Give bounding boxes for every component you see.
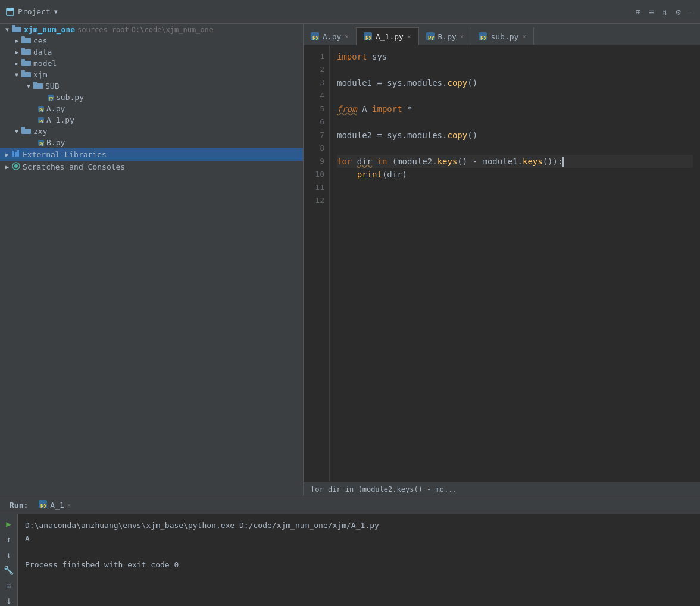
run-output: D:\anaconda\anzhuang\envs\xjm_base\pytho… (18, 514, 700, 606)
a-py-label: A.py (46, 104, 65, 113)
run-tab-name: A_1 (50, 501, 64, 510)
code-line-9: for dir in ( module2.keys() - module1.ke… (337, 155, 693, 168)
code-editor[interactable]: 1 2 3 4 5 6 7 8 9 10 11 12 import sys (304, 45, 700, 482)
svg-rect-7 (21, 48, 25, 50)
tab-sub-py[interactable]: py sub.py × (471, 27, 534, 45)
tree-item-sub[interactable]: ▼ SUB (0, 80, 303, 92)
tree-item-xjm[interactable]: ▼ xjm (0, 69, 303, 80)
title-dropdown-icon[interactable]: ▼ (54, 8, 58, 15)
tab-a-py[interactable]: py A.py × (304, 27, 357, 45)
run-play-button[interactable]: ▶ (2, 519, 15, 529)
svg-rect-2 (12, 27, 21, 32)
tabs-bar: py A.py × py A_1.py × (304, 24, 700, 45)
code-line-2 (337, 63, 693, 76)
tab-b-py[interactable]: py B.py × (419, 27, 472, 45)
tree-item-scratches[interactable]: ▶ Scratches and Consoles (0, 161, 303, 173)
var-module2-keys: module2 (397, 155, 432, 168)
tree-item-data[interactable]: ▶ data (0, 46, 303, 58)
tab-sub-py-close[interactable]: × (522, 33, 526, 40)
tree-item-zxy[interactable]: ▼ zxy (0, 126, 303, 137)
tab-a1-py-close[interactable]: × (407, 33, 411, 40)
run-up-button[interactable]: ↑ (2, 535, 15, 544)
run-content-area: ▶ ↑ ↓ 🔧 ≡ ⤓ D:\anaconda\anzhuang\envs\xj… (0, 514, 700, 606)
run-tab-a1[interactable]: py A_1 × (33, 498, 77, 513)
tab-a1-py[interactable]: py A_1.py × (357, 27, 419, 45)
svg-rect-6 (21, 49, 31, 55)
svg-text:py: py (312, 34, 319, 40)
tab-a-py-label: A.py (323, 32, 341, 41)
a1-py-label: A_1.py (46, 115, 74, 124)
arrows-icon[interactable]: ⇅ (662, 7, 667, 17)
zxy-label: zxy (33, 127, 47, 136)
var-modules: modules (407, 76, 442, 89)
b-py-icon: py (38, 139, 46, 147)
run-down-button[interactable]: ↓ (2, 550, 15, 560)
tree-item-a1-py[interactable]: ▶ py A_1.py (0, 114, 303, 126)
lines-icon[interactable]: ≡ (649, 7, 654, 17)
var-sys-modules-copy: sys (387, 76, 402, 89)
code-line-7: module2 = sys.modules.copy() (337, 129, 693, 142)
root-folder-icon (12, 25, 24, 34)
run-arrow-icon[interactable]: ⤓ (2, 596, 15, 606)
run-sidebar-icons: ▶ ↑ ↓ 🔧 ≡ ⤓ (0, 514, 18, 606)
title-bar-icons: ⊞ ≡ ⇅ ⚙ — (636, 7, 694, 17)
code-content[interactable]: import sys module1 = sys.modules.copy() … (330, 45, 700, 482)
svg-rect-4 (21, 38, 31, 43)
ces-label: ces (33, 36, 47, 45)
ext-libs-arrow: ▶ (2, 151, 12, 158)
data-arrow: ▶ (12, 49, 21, 55)
project-window-icon (6, 8, 14, 16)
scratches-label: Scratches and Consoles (23, 163, 125, 171)
svg-rect-9 (21, 59, 25, 61)
sub-py-label: sub.py (56, 93, 84, 102)
run-label: Run: (5, 501, 33, 510)
root-sublabel: sources root (77, 26, 129, 34)
tree-item-b-py[interactable]: ▶ py B.py (0, 137, 303, 148)
code-line-10: print ( dir ) (337, 168, 693, 181)
grid-icon[interactable]: ⊞ (636, 7, 640, 17)
tree-item-external-libs[interactable]: ▶ External Libraries (0, 148, 303, 161)
sidebar: ▼ xjm_num_one sources root D:\code\xjm_n… (0, 24, 304, 496)
run-wrench-icon[interactable]: 🔧 (2, 566, 15, 575)
tab-b-py-label: B.py (438, 32, 457, 41)
kw-in: in (377, 155, 387, 168)
fn-keys1: keys (438, 155, 458, 168)
tree-item-model[interactable]: ▶ model (0, 58, 303, 69)
root-path: D:\code\xjm_num_one (132, 26, 213, 34)
gear-icon[interactable]: ⚙ (676, 7, 680, 17)
line-numbers: 1 2 3 4 5 6 7 8 9 10 11 12 (304, 45, 330, 482)
tab-b-py-close[interactable]: × (460, 33, 464, 40)
run-tab-close[interactable]: × (67, 501, 71, 509)
run-lines-icon[interactable]: ≡ (2, 581, 15, 591)
var-module1: module1 (337, 76, 372, 89)
run-output-line-2: A (25, 532, 693, 545)
var-dir2: dir (387, 168, 402, 181)
tab-a1-py-icon: py (364, 32, 372, 40)
sub-arrow: ▼ (24, 83, 33, 89)
svg-rect-26 (17, 150, 19, 157)
b-py-label: B.py (46, 138, 65, 147)
code-line-8 (337, 142, 693, 155)
tree-root[interactable]: ▼ xjm_num_one sources root D:\code\xjm_n… (0, 24, 303, 35)
sub-label: SUB (45, 82, 59, 90)
tree-item-sub-py[interactable]: ▶ py sub.py (0, 92, 303, 103)
svg-text:py: py (365, 34, 372, 40)
run-tab-py-icon: py (39, 500, 47, 510)
svg-rect-5 (21, 36, 25, 39)
tree-item-a-py[interactable]: ▶ py A.py (0, 103, 303, 114)
status-text: for dir in (module2.keys() - mo... (311, 485, 457, 493)
tree-item-ces[interactable]: ▶ ces (0, 35, 303, 46)
root-arrow: ▼ (2, 26, 12, 33)
kw-from: from (337, 102, 357, 115)
minus-icon[interactable]: — (689, 7, 694, 17)
kw-import2: import (372, 102, 402, 115)
fn-print: print (357, 168, 382, 181)
tab-a-py-close[interactable]: × (345, 33, 349, 40)
svg-rect-11 (21, 70, 25, 73)
var-modules2: modules (407, 129, 442, 142)
code-line-4 (337, 89, 693, 102)
data-label: data (33, 48, 52, 57)
code-line-11 (337, 181, 693, 194)
title-project-label[interactable]: Project (18, 7, 51, 16)
text-cursor (562, 155, 564, 168)
